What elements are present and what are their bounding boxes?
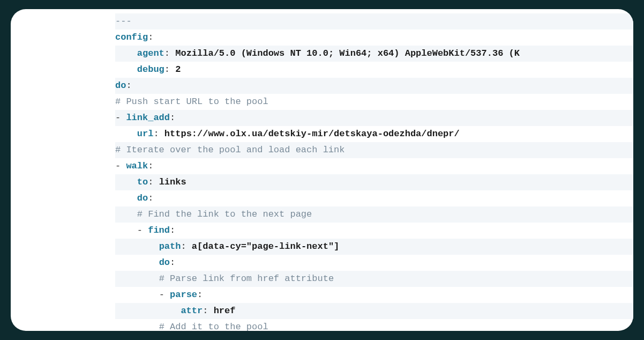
yaml-key: walk <box>126 158 148 174</box>
code-line: - parse: <box>115 287 633 303</box>
yaml-comment: # Find the link to the next page <box>137 206 312 223</box>
yaml-key: agent <box>137 46 164 62</box>
code-card: --- config: agent: Mozilla/5.0 (Windows … <box>11 9 633 331</box>
code-line: - walk: <box>115 158 633 174</box>
code-line: do: <box>115 190 633 206</box>
code-line: to: links <box>115 174 633 190</box>
yaml-key: path <box>159 239 181 255</box>
code-line: # Iterate over the pool and load each li… <box>115 142 633 158</box>
code-line: attr: href <box>115 303 633 319</box>
code-line: agent: Mozilla/5.0 (Windows NT 10.0; Win… <box>115 46 633 62</box>
yaml-key: parse <box>170 287 197 303</box>
yaml-value: links <box>159 174 186 190</box>
code-line: path: a[data-cy="page-link-next"] <box>115 239 633 255</box>
code-line: # Parse link from href attribute <box>115 271 633 287</box>
code-line: do: <box>115 255 633 271</box>
yaml-value: https://www.olx.ua/detskiy-mir/detskaya-… <box>164 126 460 142</box>
yaml-key: debug <box>137 62 164 78</box>
yaml-key: do <box>115 78 126 94</box>
yaml-value: Mozilla/5.0 (Windows NT 10.0; Win64; x64… <box>175 46 520 62</box>
yaml-key: find <box>148 223 170 239</box>
yaml-key: do <box>159 255 170 271</box>
code-line: # Add it to the pool <box>115 319 633 331</box>
code-block: --- config: agent: Mozilla/5.0 (Windows … <box>11 9 633 331</box>
code-line: config: <box>115 29 633 46</box>
code-line: - link_add: <box>115 110 633 126</box>
yaml-comment: # Parse link from href attribute <box>159 271 334 287</box>
code-line: --- <box>115 13 633 29</box>
yaml-comment: # Add it to the pool <box>159 319 268 331</box>
yaml-comment: # Iterate over the pool and load each li… <box>115 142 345 158</box>
yaml-value: 2 <box>175 62 181 78</box>
yaml-value: a[data-cy="page-link-next"] <box>192 239 339 255</box>
yaml-key: url <box>137 126 154 142</box>
code-line: debug: 2 <box>115 62 633 78</box>
yaml-separator: --- <box>115 13 132 29</box>
code-line: url: https://www.olx.ua/detskiy-mir/dets… <box>115 126 633 142</box>
yaml-key: link_add <box>126 110 170 126</box>
code-line: # Push start URL to the pool <box>115 94 633 110</box>
yaml-comment: # Push start URL to the pool <box>115 94 268 110</box>
code-line: - find: <box>115 223 633 239</box>
yaml-key: attr <box>181 303 203 319</box>
code-line: # Find the link to the next page <box>115 206 633 223</box>
yaml-key: config <box>115 29 148 46</box>
yaml-value: href <box>214 303 236 319</box>
code-line: do: <box>115 78 633 94</box>
yaml-key: do <box>137 190 148 206</box>
yaml-key: to <box>137 174 148 190</box>
